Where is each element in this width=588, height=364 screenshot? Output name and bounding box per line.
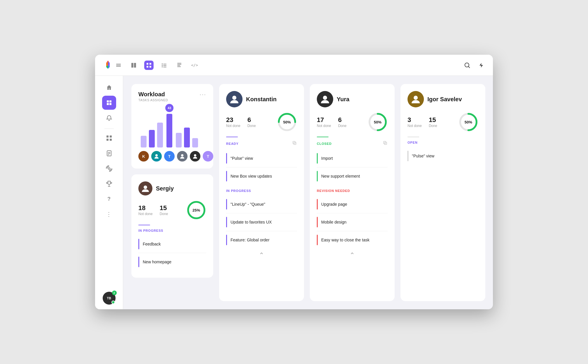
search-icon[interactable]	[463, 61, 472, 70]
avatar-gray[interactable]	[177, 151, 188, 162]
list-view-icon[interactable]	[114, 61, 123, 70]
lightning-icon[interactable]	[477, 61, 486, 70]
task-border	[138, 239, 139, 249]
sidebar-divider	[104, 128, 114, 129]
grid-view-icon[interactable]	[144, 61, 154, 70]
avatar-k[interactable]: K	[138, 151, 149, 162]
workload-title: Workload	[138, 91, 168, 98]
list-icon[interactable]	[159, 61, 169, 70]
content-area: Workload TASKS ASSIGNED ···	[123, 76, 493, 309]
task-border	[317, 217, 318, 227]
card-header: Workload TASKS ASSIGNED ···	[138, 91, 206, 102]
yura-avatar	[317, 91, 333, 107]
yura-revision-label: REVISION NEEDED	[317, 189, 388, 193]
sidebar-item-broadcast[interactable]	[102, 162, 116, 176]
task-favorites-ux[interactable]: Update to favorites UX	[226, 213, 297, 231]
yura-card: Yura 17 Not done 6 Done	[310, 84, 395, 301]
sergiy-name: Sergiy	[156, 185, 174, 192]
svg-point-19	[465, 63, 469, 67]
svg-rect-3	[131, 63, 133, 68]
sidebar-item-apps[interactable]	[102, 131, 116, 145]
yura-copy-icon[interactable]	[383, 141, 388, 147]
avatar-t2[interactable]: T	[203, 151, 213, 162]
svg-rect-1	[116, 65, 121, 66]
konstantin-name: Konstantin	[246, 96, 276, 103]
more-button[interactable]: ···	[200, 91, 206, 98]
task-border	[138, 257, 139, 267]
workload-card: Workload TASKS ASSIGNED ···	[131, 84, 213, 169]
svg-rect-28	[110, 139, 112, 141]
svg-rect-17	[177, 65, 180, 66]
avatar-y[interactable]	[190, 151, 200, 162]
bar-2	[149, 130, 155, 147]
svg-rect-18	[177, 66, 181, 67]
svg-rect-21	[107, 100, 109, 102]
svg-rect-14	[163, 67, 166, 67]
task-new-support[interactable]: New support element	[317, 167, 388, 185]
task-border	[317, 199, 318, 210]
task-new-homepage[interactable]: New homepage	[138, 253, 206, 271]
sergiy-avatar	[138, 181, 152, 195]
igor-divider	[408, 137, 419, 137]
avatar-s[interactable]	[151, 151, 162, 162]
yura-name: Yura	[337, 96, 349, 103]
svg-rect-10	[163, 64, 166, 64]
task-pulse-view[interactable]: "Pulse" view	[226, 150, 297, 167]
task-feedback[interactable]: Feedback	[138, 235, 206, 253]
svg-rect-13	[162, 66, 163, 67]
svg-point-33	[108, 168, 110, 169]
yura-collapse-button[interactable]	[350, 251, 355, 257]
task-lineup-queue[interactable]: "LineUp" - "Queue"	[226, 195, 297, 213]
svg-rect-16	[177, 64, 181, 65]
user-avatar[interactable]: TB 2	[103, 292, 116, 305]
task-border	[408, 151, 408, 161]
sidebar-item-help[interactable]: ?	[102, 192, 116, 206]
task-mobile-design[interactable]: Mobile design	[317, 213, 388, 231]
bar-5	[176, 133, 182, 147]
svg-rect-12	[163, 65, 166, 66]
svg-rect-8	[149, 66, 151, 68]
sidebar-item-more[interactable]: ⋮	[102, 207, 116, 221]
sidebar-item-trophy[interactable]	[102, 177, 116, 191]
logo[interactable]	[102, 59, 114, 72]
avatar-t1[interactable]: T	[164, 151, 175, 162]
svg-rect-24	[109, 103, 111, 105]
sidebar-item-docs[interactable]	[102, 146, 116, 160]
sidebar-item-home[interactable]	[102, 80, 116, 95]
board-view-icon[interactable]	[129, 61, 138, 70]
igor-header: Igor Savelev	[408, 91, 478, 107]
task-new-box-view[interactable]: New Box view updates	[226, 167, 297, 185]
task-igor-pulse[interactable]: "Pulse" view	[408, 147, 478, 165]
task-border	[317, 171, 318, 181]
igor-name: Igor Savelev	[427, 96, 462, 103]
igor-not-done: 3 Not done	[408, 116, 422, 128]
svg-rect-11	[162, 65, 163, 66]
task-border	[226, 199, 227, 210]
main-layout: ? ⋮ TB 2	[95, 76, 493, 309]
yura-closed-tasks: Import New support element	[317, 150, 388, 185]
konstantin-inprogress-label: IN PROGRESS	[226, 189, 297, 193]
workload-title-area: Workload TASKS ASSIGNED	[138, 91, 168, 102]
svg-rect-2	[116, 66, 121, 67]
task-border	[226, 153, 227, 164]
konstantin-divider	[226, 137, 238, 137]
svg-point-37	[181, 154, 183, 157]
sergiy-divider	[138, 225, 150, 225]
sidebar-item-notifications[interactable]	[102, 111, 116, 125]
task-upgrade-page[interactable]: Upgrade page	[317, 195, 388, 213]
task-global-order[interactable]: Feature: Global order	[226, 231, 297, 249]
collapse-button[interactable]	[259, 251, 264, 257]
task-import[interactable]: Import	[317, 150, 388, 167]
code-icon[interactable]: </>	[190, 61, 199, 70]
yura-collapse	[317, 249, 388, 257]
sergiy-stats: 18 Not done 15 Done 25%	[138, 200, 206, 220]
svg-rect-0	[116, 64, 121, 64]
yura-progress: 50%	[368, 112, 388, 132]
konstantin-ready-label: READY	[226, 142, 239, 145]
konstantin-copy-icon[interactable]	[292, 141, 297, 147]
doc-icon[interactable]	[175, 61, 184, 70]
igor-card: Igor Savelev 3 Not done 15 Done	[400, 84, 485, 301]
task-close-task[interactable]: Easy way to close the task	[317, 231, 388, 249]
sidebar-item-tasks[interactable]	[102, 96, 116, 110]
task-border	[317, 235, 318, 245]
